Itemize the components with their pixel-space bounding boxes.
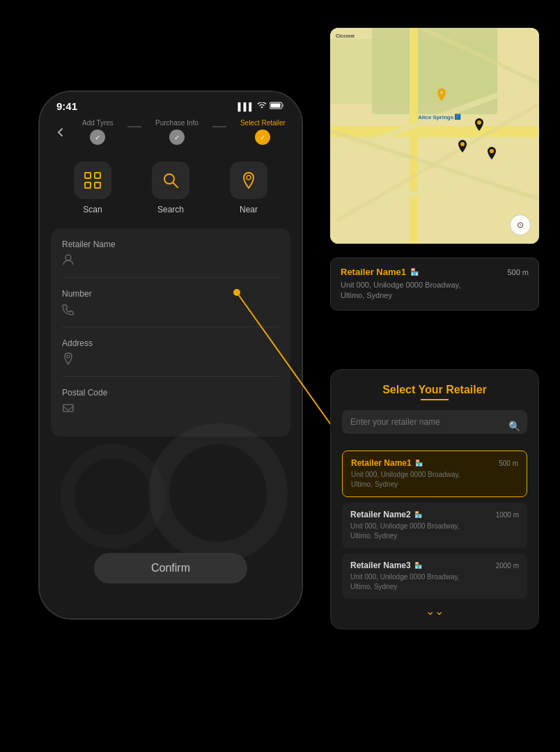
chevron-down-icon: ⌄⌄ [342,604,527,618]
nav-connector-1 [127,126,141,127]
retailer-search-wrap: 🔍 [342,410,527,442]
header-nav: Add Tyres ✓ Purchase Info ✓ Select Retai… [40,116,302,150]
postal-icon [62,402,279,417]
svg-line-10 [173,182,178,187]
form-field-number: Number [62,289,279,327]
svg-point-2 [490,149,494,153]
panel-title-underline [421,399,449,400]
wifi-icon [257,102,267,111]
retailer-2-name: Retailer Name2 🏪 [350,510,422,519]
number-icon [62,303,279,318]
map-retailer-name: Retailer Name1 🏪 [341,267,419,277]
nav-step-retailer: Select Retailer ✓ [240,119,286,145]
form-field-postal: Postal Code [62,388,279,425]
svg-point-13 [67,355,70,358]
form-field-retailer-name: Retailer Name [62,240,279,278]
select-retailer-panel: Select Your Retailer 🔍 Retailer Name1 🏪 … [330,369,539,629]
retailer-3-address: Unit 000, Unilodge 0000 Broadway,Ultimo,… [350,572,519,592]
nav-step-circle-purchase: ✓ [169,130,185,145]
address-icon [62,352,279,368]
nav-step-label-retailer: Select Retailer [240,119,286,127]
form-label-postal: Postal Code [62,388,279,398]
svg-rect-7 [85,182,91,188]
map-label-alice: Alice Springs 🅿 [418,114,460,120]
status-bar: 9:41 ▌▌▌ [40,92,302,116]
tab-scan-label: Scan [83,205,102,214]
tab-near[interactable]: Near [230,162,267,214]
retailer-list-item-2[interactable]: Retailer Name2 🏪 1000 m Unit 000, Unilod… [342,503,527,548]
retailer-3-name: Retailer Name3 🏪 [350,561,422,570]
nav-step-label-add-tyres: Add Tyres [82,119,114,127]
tab-row: Scan Search Near [40,150,302,221]
phone-frame: 9:41 ▌▌▌ [38,91,303,620]
nav-step-label-purchase: Purchase Info [155,119,199,127]
retailer-1-address: Unit 000, Unilodge 0000 Broadway,Ultimo,… [351,470,518,489]
svg-point-0 [460,142,465,146]
map-thumbnail: Ciccone Alice Springs 🅿 ⊙ [330,28,539,244]
tab-near-label: Near [240,205,258,214]
retailer-list-item-1[interactable]: Retailer Name1 🏪 500 m Unit 000, Unilodg… [342,451,527,497]
status-icons: ▌▌▌ [238,102,285,111]
map-pin-4 [485,147,499,164]
scan-icon-wrap [74,162,111,199]
retailer-1-name: Retailer Name1 🏪 [351,458,423,468]
tab-scan[interactable]: Scan [74,162,111,214]
map-retailer-distance: 500 m [507,268,529,276]
map-pin-3 [472,118,486,135]
tab-search[interactable]: Search [152,162,189,214]
form-label-address: Address [62,338,279,348]
nav-step-add-tyres: Add Tyres ✓ [82,119,114,145]
status-time: 9:41 [56,100,77,112]
svg-point-11 [247,175,251,180]
retailer-list-item-3[interactable]: Retailer Name3 🏪 2000 m Unit 000, Unilod… [342,554,527,599]
svg-point-1 [477,120,481,125]
map-pin-2 [456,140,469,157]
form-label-number: Number [62,289,279,299]
map-compass[interactable]: ⊙ [510,214,531,235]
svg-rect-4 [271,104,281,108]
nav-step-circle-retailer: ✓ [255,130,270,145]
retailer-2-address: Unit 000, Unilodge 0000 Broadway,Ultimo,… [350,522,519,541]
retailer-name-icon [62,253,279,269]
near-icon-wrap [230,162,267,199]
tab-search-label: Search [157,205,184,214]
retailer-3-distance: 2000 m [496,562,519,570]
search-icon: 🔍 [508,421,520,432]
svg-rect-5 [85,173,91,178]
retailer-2-distance: 1000 m [496,511,519,519]
form-section: Retailer Name Number Address [51,228,290,437]
nav-connector-2 [212,126,226,127]
svg-point-12 [65,255,71,260]
form-field-address: Address [62,338,279,377]
signal-icon: ▌▌▌ [238,102,254,111]
map-label-ciccone: Ciccone [336,33,355,38]
retailer-search-input[interactable] [342,410,527,434]
form-label-retailer-name: Retailer Name [62,240,279,249]
panel-title: Select Your Retailer [342,384,527,396]
retailer-1-distance: 500 m [499,460,518,467]
nav-step-purchase: Purchase Info ✓ [155,119,199,145]
svg-rect-6 [95,173,100,178]
map-retailer-address: Unit 000, Unilodge 0000 Broadway, Ultimo… [341,280,529,301]
tire-watermark-2 [61,444,165,549]
back-button[interactable] [51,123,70,142]
search-icon-wrap [152,162,189,199]
svg-rect-8 [95,182,100,188]
map-pin-main [435,88,449,105]
nav-step-circle-add-tyres: ✓ [90,130,105,145]
map-retailer-card: Retailer Name1 🏪 500 m Unit 000, Unilodg… [330,258,539,311]
confirm-button[interactable]: Confirm [94,553,247,583]
tire-watermark-1 [148,423,288,563]
battery-icon [270,102,285,111]
